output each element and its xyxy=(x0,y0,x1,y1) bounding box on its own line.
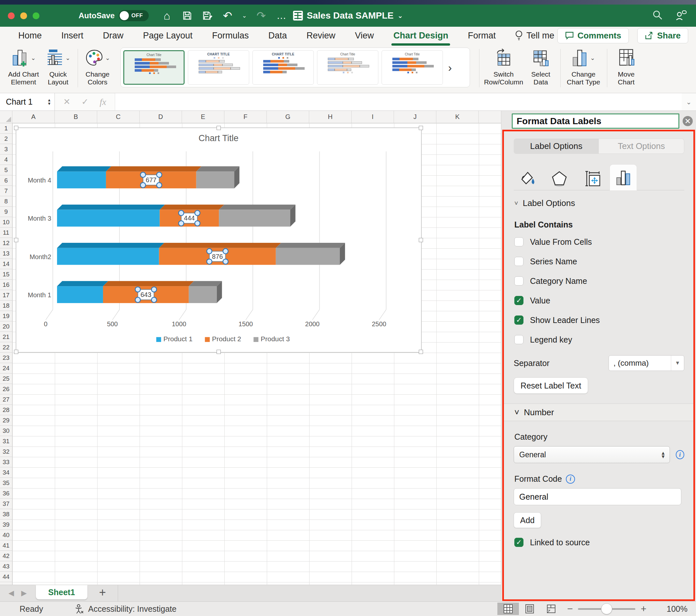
menu-tab-view[interactable]: View xyxy=(354,29,375,43)
window-controls[interactable] xyxy=(8,12,39,19)
size-properties-icon[interactable] xyxy=(578,167,605,190)
row-header-24[interactable]: 24 xyxy=(0,363,12,373)
cancel-entry-icon[interactable]: ✕ xyxy=(63,97,70,107)
reset-label-text-button[interactable]: Reset Label Text xyxy=(514,377,588,394)
comments-button[interactable]: Comments xyxy=(557,28,629,43)
tab-text-options[interactable]: Text Options xyxy=(599,139,684,154)
row-header-22[interactable]: 22 xyxy=(0,342,12,353)
chart-selection-handle[interactable] xyxy=(217,350,221,354)
add-chart-element-button[interactable]: ⌄ Add Chart Element xyxy=(5,48,42,86)
chart-object[interactable]: 05001000150020002500Chart TitleMonth 467… xyxy=(16,127,422,353)
row-header-7[interactable]: 7 xyxy=(0,186,12,196)
row-header-44[interactable]: 44 xyxy=(0,572,12,582)
zoom-percentage[interactable]: 100% xyxy=(652,604,687,614)
home-icon[interactable]: ⌂ xyxy=(161,10,173,22)
column-header-d[interactable]: D xyxy=(140,111,182,123)
row-header-8[interactable]: 8 xyxy=(0,196,12,207)
row-header-17[interactable]: 17 xyxy=(0,290,12,301)
row-header-16[interactable]: 16 xyxy=(0,280,12,290)
row-header-4[interactable]: 4 xyxy=(0,155,12,165)
checkbox-series-name[interactable] xyxy=(514,257,523,266)
change-chart-type-button[interactable]: ⌄ Change Chart Type xyxy=(564,48,603,86)
row-header-9[interactable]: 9 xyxy=(0,207,12,217)
menu-tab-home[interactable]: Home xyxy=(18,29,43,43)
checkbox-category-name[interactable] xyxy=(514,276,523,286)
row-header-15[interactable]: 15 xyxy=(0,269,12,280)
row-header-19[interactable]: 19 xyxy=(0,311,12,321)
zoom-window-button[interactable] xyxy=(33,12,39,19)
row-header-43[interactable]: 43 xyxy=(0,561,12,572)
separator-dropdown[interactable]: , (comma) ▼ xyxy=(608,355,684,371)
row-header-21[interactable]: 21 xyxy=(0,332,12,342)
menu-tab-format[interactable]: Format xyxy=(467,29,496,43)
undo-icon[interactable]: ↶ xyxy=(222,9,234,22)
column-header-b[interactable]: B xyxy=(55,111,97,123)
checkbox-value[interactable]: ✓ xyxy=(514,296,523,305)
chart-selection-handle[interactable] xyxy=(217,126,221,130)
accessibility-status[interactable]: Accessibility: Investigate xyxy=(74,604,176,614)
zoom-slider[interactable] xyxy=(578,608,635,610)
zoom-in-button[interactable]: + xyxy=(635,603,652,614)
add-format-button[interactable]: Add xyxy=(514,512,541,528)
checkbox-value-from-cells[interactable] xyxy=(514,237,523,246)
row-header-32[interactable]: 32 xyxy=(0,447,12,457)
fill-icon[interactable] xyxy=(514,167,541,190)
row-header-30[interactable]: 30 xyxy=(0,426,12,436)
chart-selection-handle[interactable] xyxy=(419,350,423,354)
name-box-stepper[interactable]: ▲▼ xyxy=(47,98,54,106)
column-header-c[interactable]: C xyxy=(97,111,140,123)
checkbox-legend-key[interactable] xyxy=(514,335,523,344)
row-header-20[interactable]: 20 xyxy=(0,321,12,332)
row-header-41[interactable]: 41 xyxy=(0,540,12,551)
column-header-i[interactable]: I xyxy=(352,111,394,123)
chart-selection-handle[interactable] xyxy=(14,350,18,354)
info-icon[interactable]: i xyxy=(566,474,575,484)
add-sheet-button[interactable]: + xyxy=(99,586,106,599)
page-layout-view-icon[interactable] xyxy=(519,603,540,615)
row-header-23[interactable]: 23 xyxy=(0,353,12,363)
close-pane-button[interactable]: ✕ xyxy=(683,116,693,126)
tab-label-options[interactable]: Label Options xyxy=(514,139,599,154)
minimize-window-button[interactable] xyxy=(20,12,27,19)
linked-to-source-checkbox[interactable]: ✓ xyxy=(514,538,523,547)
row-header-27[interactable]: 27 xyxy=(0,394,12,405)
column-header-a[interactable]: A xyxy=(12,111,55,123)
select-data-button[interactable]: Select Data xyxy=(525,48,556,86)
row-header-13[interactable]: 13 xyxy=(0,248,12,259)
document-title[interactable]: Sales Data SAMPLE xyxy=(307,11,394,21)
row-header-42[interactable]: 42 xyxy=(0,551,12,561)
column-header-k[interactable]: K xyxy=(437,111,479,123)
menu-tab-insert[interactable]: Insert xyxy=(61,29,84,43)
row-header-29[interactable]: 29 xyxy=(0,415,12,426)
zoom-slider-knob[interactable] xyxy=(601,603,612,614)
undo-dropdown-icon[interactable]: ⌄ xyxy=(242,12,247,19)
gallery-style-2[interactable]: CHART TITLE xyxy=(188,50,249,85)
column-headers[interactable]: ABCDEFGHIJK xyxy=(0,111,501,123)
name-box[interactable]: Chart 1 ▲▼ xyxy=(0,93,55,111)
formula-input[interactable] xyxy=(115,93,682,111)
row-header-28[interactable]: 28 xyxy=(0,405,12,415)
format-code-input[interactable]: General xyxy=(514,488,681,505)
row-header-12[interactable]: 12 xyxy=(0,238,12,248)
share-button[interactable]: Share xyxy=(637,28,688,43)
row-header-11[interactable]: 11 xyxy=(0,227,12,238)
info-icon[interactable]: i xyxy=(676,450,684,459)
row-header-18[interactable]: 18 xyxy=(0,301,12,311)
save-as-icon[interactable] xyxy=(202,11,213,20)
row-header-5[interactable]: 5 xyxy=(0,165,12,175)
column-header-h[interactable]: H xyxy=(309,111,352,123)
checkbox-show-leader-lines[interactable]: ✓ xyxy=(514,315,523,325)
row-header-36[interactable]: 36 xyxy=(0,488,12,499)
menu-tab-data[interactable]: Data xyxy=(268,29,288,43)
column-header-j[interactable]: J xyxy=(394,111,437,123)
row-header-6[interactable]: 6 xyxy=(0,175,12,186)
row-header-39[interactable]: 39 xyxy=(0,520,12,530)
menu-tab-formulas[interactable]: Formulas xyxy=(211,29,250,43)
row-header-26[interactable]: 26 xyxy=(0,384,12,394)
section-label-options[interactable]: ˅ Label Options xyxy=(514,190,684,212)
chart-options-icon[interactable] xyxy=(610,164,637,190)
column-header-g[interactable]: G xyxy=(267,111,309,123)
select-all-corner[interactable] xyxy=(0,111,12,123)
menu-tab-page-layout[interactable]: Page Layout xyxy=(143,29,193,43)
page-break-preview-icon[interactable] xyxy=(540,603,562,615)
